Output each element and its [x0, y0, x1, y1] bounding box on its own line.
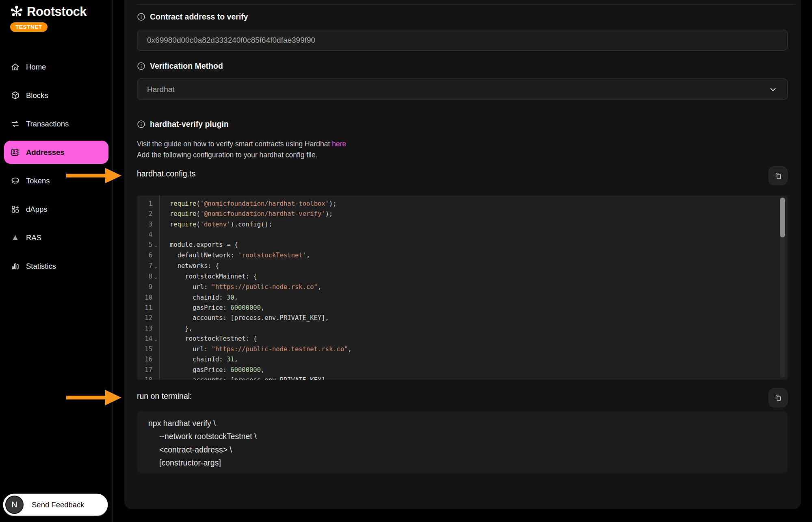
- line-number: 16: [137, 355, 152, 365]
- transactions-icon: [11, 119, 20, 128]
- copy-icon: [774, 394, 783, 402]
- code-text: gasPrice: 60000000,: [159, 303, 264, 313]
- code-line: 14⌄ rootstockTestnet: {: [137, 334, 788, 344]
- code-line: 9 url: "https://public-node.rsk.co",: [137, 282, 788, 292]
- code-text: require('dotenv').config();: [159, 220, 272, 230]
- code-text: defaultNetwork: 'rootstockTestnet',: [159, 250, 310, 261]
- copy-terminal-command-button[interactable]: [769, 388, 788, 407]
- addresses-icon: [11, 148, 20, 157]
- sidebar-item-label: dApps: [26, 205, 47, 214]
- sidebar-item-ras[interactable]: RAS: [4, 226, 108, 249]
- terminal-title: run on terminal:: [137, 392, 192, 401]
- sidebar-item-transactions[interactable]: Transactions: [4, 112, 108, 135]
- testnet-badge: TESTNET: [10, 22, 48, 32]
- sidebar-item-blocks[interactable]: Blocks: [4, 84, 108, 107]
- line-number: 2: [137, 209, 152, 219]
- code-line: 2require('@nomicfoundation/hardhat-verif…: [137, 209, 788, 219]
- code-text: accounts: [process.env.PRIVATE_KEY],: [159, 313, 329, 323]
- verification-method-label: Verification Method: [150, 61, 223, 71]
- feedback-label: Send Feedback: [32, 500, 84, 509]
- code-text: },: [159, 324, 193, 334]
- fold-chevron-icon[interactable]: ⌄: [152, 272, 159, 282]
- contract-address-label-row: Contract address to verify: [137, 12, 248, 22]
- sidebar-item-label: Statistics: [26, 262, 56, 271]
- plugin-title: hardhat-verify plugin: [150, 120, 229, 129]
- code-scrollbar-thumb[interactable]: [780, 198, 785, 237]
- line-number: 7: [137, 261, 152, 271]
- code-text: accounts: [process.env.PRIVATE_KEY],: [159, 375, 329, 380]
- terminal-line: --network rootstockTestnet \: [148, 430, 788, 443]
- top-divider: [137, 4, 795, 5]
- code-line: 3require('dotenv').config();: [137, 220, 788, 230]
- blocks-icon: [11, 91, 20, 100]
- brand-name: Rootstock: [27, 4, 87, 19]
- code-text: rootstockMainnet: {: [159, 272, 257, 282]
- fold-chevron-icon[interactable]: ⌄: [152, 334, 159, 344]
- code-text: [159, 230, 173, 240]
- info-icon[interactable]: [137, 62, 145, 70]
- sidebar-item-label: Tokens: [26, 176, 50, 185]
- contract-address-input[interactable]: [137, 30, 788, 51]
- code-text: chainId: 31,: [159, 355, 238, 365]
- info-icon[interactable]: [137, 13, 145, 21]
- sidebar-item-label: Home: [26, 63, 46, 72]
- code-line: 1require('@nomicfoundation/hardhat-toolb…: [137, 199, 788, 209]
- code-scrollbar-track[interactable]: [780, 198, 785, 378]
- sidebar-item-label: RAS: [26, 233, 41, 242]
- fold-chevron-icon[interactable]: ⌄: [152, 261, 159, 272]
- code-line: 18 accounts: [process.env.PRIVATE_KEY],: [137, 375, 788, 380]
- rootstock-logo-icon: [9, 4, 24, 19]
- sidebar: Rootstock TESTNET HomeBlocksTransactions…: [0, 0, 113, 522]
- fold-chevron-icon[interactable]: ⌄: [152, 240, 159, 250]
- rootstock-logo[interactable]: Rootstock: [9, 4, 87, 19]
- feedback-avatar: N: [5, 496, 24, 514]
- plugin-title-row: hardhat-verify plugin: [137, 120, 229, 129]
- sidebar-item-label: Addresses: [26, 148, 65, 157]
- line-number: 3: [137, 220, 152, 230]
- hardhat-config-code-block: 1require('@nomicfoundation/hardhat-toolb…: [137, 196, 788, 380]
- code-line: 17 gasPrice: 60000000,: [137, 365, 788, 375]
- sidebar-item-home[interactable]: Home: [4, 55, 108, 78]
- line-number: 15: [137, 344, 152, 355]
- code-text: networks: {: [159, 261, 219, 271]
- copy-config-button[interactable]: [769, 166, 788, 185]
- code-text: rootstockTestnet: {: [159, 334, 257, 344]
- sidebar-item-statistics[interactable]: Statistics: [4, 254, 108, 278]
- code-text: gasPrice: 60000000,: [159, 365, 264, 375]
- config-file-title: hardhat.config.ts: [137, 169, 195, 178]
- code-text: chainId: 30,: [159, 293, 238, 303]
- sidebar-item-dapps[interactable]: dApps: [4, 198, 108, 221]
- code-line: 6 defaultNetwork: 'rootstockTestnet',: [137, 250, 788, 261]
- sidebar-item-tokens[interactable]: Tokens: [4, 169, 108, 192]
- contract-address-label: Contract address to verify: [150, 12, 248, 22]
- send-feedback-button[interactable]: N Send Feedback: [4, 494, 107, 515]
- ras-icon: [11, 233, 20, 242]
- dapps-icon: [11, 204, 20, 214]
- line-number: 18: [137, 375, 152, 380]
- info-icon[interactable]: [137, 120, 145, 128]
- verification-method-label-row: Verification Method: [137, 61, 223, 71]
- terminal-command-block: npx hardhat verify \ --network rootstock…: [137, 411, 788, 473]
- guide-here-link[interactable]: here: [332, 140, 346, 148]
- terminal-line: <contract-address> \: [148, 443, 788, 456]
- verification-method-select[interactable]: Hardhat: [137, 78, 788, 100]
- sidebar-item-addresses[interactable]: Addresses: [4, 141, 108, 164]
- line-number: 1: [137, 199, 152, 209]
- chevron-down-icon: [769, 85, 777, 94]
- verification-method-value: Hardhat: [147, 85, 175, 94]
- code-line: 10 chainId: 30,: [137, 293, 788, 303]
- config-instruction-line: Add the following configuration to your …: [137, 150, 346, 161]
- code-line: 12 accounts: [process.env.PRIVATE_KEY],: [137, 313, 788, 323]
- home-icon: [11, 62, 20, 72]
- statistics-icon: [11, 261, 20, 271]
- line-number: 8: [137, 272, 152, 282]
- code-line: 8⌄ rootstockMainnet: {: [137, 272, 788, 282]
- code-line: 5⌄module.exports = {: [137, 240, 788, 250]
- line-number: 14: [137, 334, 152, 344]
- terminal-line: npx hardhat verify \: [148, 417, 788, 430]
- sidebar-nav: HomeBlocksTransactionsAddressesTokensdAp…: [0, 55, 113, 283]
- line-number: 9: [137, 282, 152, 292]
- code-line: 13 },: [137, 324, 788, 334]
- code-lines: 1require('@nomicfoundation/hardhat-toolb…: [137, 199, 788, 380]
- code-line: 16 chainId: 31,: [137, 355, 788, 365]
